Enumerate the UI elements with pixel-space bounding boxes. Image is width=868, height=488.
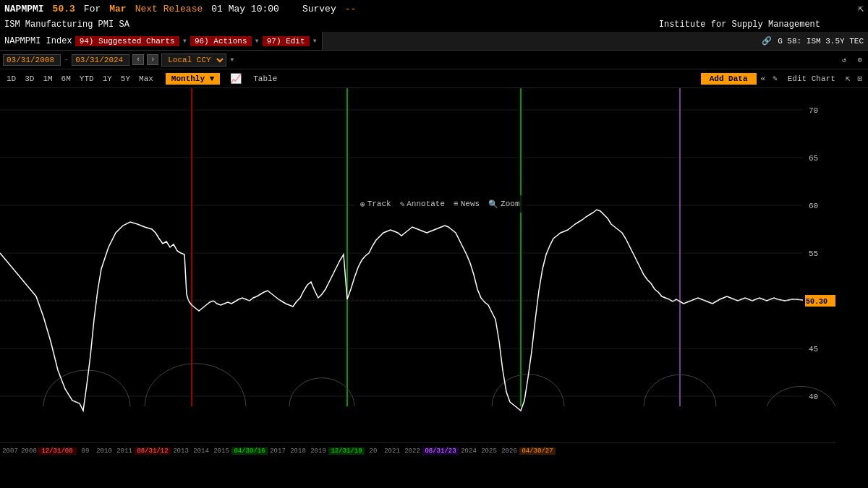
svg-text:65: 65 — [809, 154, 818, 163]
g58-label: G 58: ISM 3.5Y TEC — [778, 37, 864, 46]
x-label-2021: 2021 — [382, 448, 402, 455]
x-label-2017: 2017 — [268, 448, 288, 455]
zoom-button[interactable]: 🔍 Zoom — [488, 200, 519, 209]
x-label-123108: 12/31/08 — [38, 448, 77, 455]
news-label: News — [461, 200, 480, 208]
survey-label: Survey — [302, 4, 336, 14]
zoom-icon: 🔍 — [488, 200, 498, 209]
prev-date-button[interactable]: ‹ — [132, 54, 144, 65]
chart-annotation-toolbar: ⊕ Track ✎ Annotate ≡ News 🔍 Zoom — [354, 195, 526, 213]
period-1m-button[interactable]: 1M — [39, 73, 56, 85]
header-row2: ISM Manufacturing PMI SA Institute for S… — [0, 17, 868, 32]
x-label-043016: 04/30/16 — [231, 448, 268, 455]
period-1y-button[interactable]: 1Y — [99, 73, 116, 85]
track-icon: ⊕ — [360, 200, 365, 209]
x-label-083123: 08/31/23 — [422, 448, 459, 455]
title-line2: Institute for Supply Management — [659, 20, 820, 30]
ticker-value: 50.3 — [53, 4, 75, 14]
track-button[interactable]: ⊕ Track — [360, 200, 391, 209]
svg-text:60: 60 — [809, 202, 818, 210]
x-axis: 2007 2008 12/31/08 09 2010 2011 08/31/12… — [0, 442, 835, 458]
period-3d-button[interactable]: 3D — [21, 73, 38, 85]
period-1d-button[interactable]: 1D — [3, 73, 20, 85]
x-label-043027: 04/30/27 — [519, 448, 556, 455]
x-label-2025: 2025 — [479, 448, 499, 455]
annotate-label: Annotate — [407, 200, 445, 208]
for-label: For — [84, 4, 101, 14]
zoom-label: Zoom — [501, 200, 519, 208]
toolbar-left: NAPMPMI Index 94) Suggested Charts ▾ 96)… — [0, 32, 323, 50]
y-axis — [835, 88, 868, 427]
edit-button[interactable]: 97) Edit — [263, 36, 310, 46]
resize-icon[interactable]: ⇱ — [858, 3, 864, 14]
annotate-button[interactable]: ✎ Annotate — [400, 200, 445, 209]
period-ytd-button[interactable]: YTD — [76, 73, 98, 85]
monthly-button[interactable]: Monthly ▼ — [166, 73, 220, 85]
x-label-2019: 2019 — [308, 448, 328, 455]
next-release-date: 01 May 10:00 — [211, 4, 279, 14]
news-button[interactable]: ≡ News — [454, 200, 480, 208]
annotate-icon: ✎ — [400, 200, 405, 209]
x-label-2010: 2010 — [94, 448, 114, 455]
chart-container: ⊕ Track ✎ Annotate ≡ News 🔍 Zoom 70 65 6… — [0, 88, 868, 442]
ticker-label: NAPMPMI — [4, 4, 44, 14]
survey-value: -- — [345, 4, 357, 14]
news-icon: ≡ — [454, 200, 459, 208]
line-chart-icon[interactable]: 📈 — [226, 72, 246, 85]
x-label-2011: 2011 — [114, 448, 135, 455]
x-label-2015: 2015 — [211, 448, 231, 455]
add-data-button[interactable]: Add Data — [701, 73, 757, 85]
index-name: NAPMPMI Index — [4, 36, 72, 46]
x-label-2026: 2026 — [499, 448, 519, 455]
chart-resize-button[interactable]: ⊡ — [854, 72, 865, 85]
x-label-09: 09 — [77, 448, 94, 455]
title-line1: ISM Manufacturing PMI SA — [4, 20, 129, 30]
period-max-button[interactable]: Max — [135, 73, 157, 85]
period-5y-button[interactable]: 5Y — [117, 73, 134, 85]
x-label-2007: 2007 — [0, 448, 20, 455]
x-label-083112: 08/31/12 — [135, 448, 171, 455]
svg-text:55: 55 — [809, 249, 818, 258]
date-toolbar-right: ↺ ⚙ — [839, 55, 865, 65]
actions-button[interactable]: 96) Actions — [190, 36, 252, 46]
pencil-icon-button[interactable]: ✎ — [770, 72, 780, 85]
x-label-2022: 2022 — [402, 448, 422, 455]
ccy-dropdown-icon: ▾ — [229, 54, 234, 65]
x-label-2013: 2013 — [171, 448, 191, 455]
settings-button[interactable]: ⚙ — [855, 55, 865, 65]
svg-text:45: 45 — [809, 345, 818, 354]
start-date-input[interactable] — [3, 54, 61, 66]
currency-select[interactable]: Local CCY USD — [161, 53, 226, 67]
period-label: Mar — [109, 4, 126, 14]
toolbar-row: NAPMPMI Index 94) Suggested Charts ▾ 96)… — [0, 32, 868, 51]
x-label-20: 20 — [365, 448, 382, 455]
undo-button[interactable]: ↺ — [839, 55, 849, 65]
suggested-charts-button[interactable]: 94) Suggested Charts — [75, 36, 179, 46]
svg-text:70: 70 — [809, 106, 818, 115]
x-label-2008: 2008 — [20, 448, 38, 455]
date-range-bar: - ‹ › Local CCY USD ▾ ↺ ⚙ — [0, 51, 868, 69]
header-row1: NAPMPMI 50.3 For Mar Next Release 01 May… — [0, 0, 868, 17]
chart-svg: 70 65 60 55 50.30 45 40 — [0, 88, 835, 427]
edit-chart-button[interactable]: Edit Chart — [782, 73, 841, 85]
x-label-2014: 2014 — [191, 448, 211, 455]
x-label-2018: 2018 — [288, 448, 308, 455]
track-label: Track — [367, 200, 391, 208]
next-release-label: Next Release — [135, 4, 203, 14]
end-date-input[interactable] — [72, 54, 129, 66]
next-date-button[interactable]: › — [147, 54, 158, 65]
x-label-123119: 12/31/19 — [328, 448, 365, 455]
table-button[interactable]: Table — [247, 73, 283, 85]
chart-settings-button[interactable]: ⇱ — [843, 72, 854, 85]
svg-rect-0 — [0, 88, 835, 427]
separator: - — [64, 55, 69, 65]
x-label-2024: 2024 — [459, 448, 479, 455]
link-icon: 🔗 — [762, 36, 772, 46]
period-bar: 1D 3D 1M 6M YTD 1Y 5Y Max Monthly ▼ 📈 Ta… — [0, 69, 868, 88]
chart-nav-left-button[interactable]: « — [758, 73, 769, 85]
toolbar-right: 🔗 G 58: ISM 3.5Y TEC — [757, 32, 868, 50]
period-6m-button[interactable]: 6M — [58, 73, 75, 85]
svg-text:50.30: 50.30 — [806, 298, 827, 306]
svg-text:40: 40 — [809, 393, 818, 401]
